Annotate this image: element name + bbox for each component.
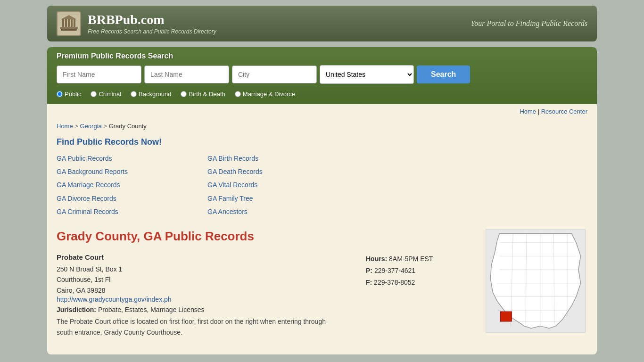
info-right: Hours: 8AM-5PM EST P: 229-377-4621 F: 22… bbox=[366, 253, 470, 337]
info-left: Probate Court 250 N Broad St, Box 1 Cour… bbox=[57, 253, 338, 337]
breadcrumb-sep1: > bbox=[74, 123, 80, 130]
georgia-map-svg bbox=[484, 229, 587, 333]
search-section-title: Premium Public Records Search bbox=[57, 52, 587, 60]
logo-area: BRBPub.com Free Records Search and Publi… bbox=[57, 11, 216, 36]
radio-birth-death-label[interactable]: Birth & Death bbox=[181, 90, 225, 98]
header-slogan: Your Portal to Finding Public Records bbox=[471, 19, 587, 28]
logo-icon bbox=[57, 11, 81, 36]
radio-marriage-label[interactable]: Marriage & Divorce bbox=[235, 90, 295, 98]
info-grid: Probate Court 250 N Broad St, Box 1 Cour… bbox=[57, 253, 470, 337]
jurisdiction-value: Probate, Estates, Marriage Licenses bbox=[98, 306, 205, 313]
radio-public-label[interactable]: Public bbox=[57, 90, 81, 98]
svg-rect-5 bbox=[71, 19, 73, 27]
georgia-map bbox=[484, 229, 587, 334]
search-button[interactable]: Search bbox=[417, 66, 470, 83]
jurisdiction-line: Jurisdiction: Probate, Estates, Marriage… bbox=[57, 306, 338, 313]
search-fields: United States Search bbox=[57, 65, 587, 84]
fax-label: F: bbox=[366, 279, 372, 286]
radio-public[interactable] bbox=[57, 91, 63, 97]
address-line3: Cairo, GA 39828 bbox=[57, 285, 338, 296]
link-ga-divorce-records[interactable]: GA Divorce Records bbox=[57, 193, 189, 205]
svg-rect-4 bbox=[68, 19, 70, 27]
radio-background-text: Background bbox=[139, 90, 171, 98]
site-name: BRBPub.com bbox=[88, 12, 216, 27]
breadcrumb-state[interactable]: Georgia bbox=[80, 123, 102, 130]
county-heading: Grady County, GA Public Records bbox=[57, 229, 470, 244]
site-tagline: Free Records Search and Public Records D… bbox=[88, 28, 216, 35]
svg-rect-19 bbox=[500, 312, 512, 321]
probate-court-block: Probate Court 250 N Broad St, Box 1 Cour… bbox=[57, 253, 470, 337]
nav-resource-center-link[interactable]: Resource Center bbox=[541, 108, 587, 115]
link-ga-background-reports[interactable]: GA Background Reports bbox=[57, 166, 189, 178]
breadcrumb-home[interactable]: Home bbox=[57, 123, 73, 130]
probate-website-link[interactable]: http://www.gradycountyga.gov/index.ph bbox=[57, 296, 172, 303]
probate-court-name: Probate Court bbox=[57, 253, 338, 261]
search-section: Premium Public Records Search United Sta… bbox=[47, 47, 597, 104]
link-ga-vital-records[interactable]: GA Vital Records bbox=[207, 179, 339, 191]
svg-rect-0 bbox=[61, 29, 77, 31]
svg-marker-7 bbox=[61, 15, 77, 19]
radio-criminal-label[interactable]: Criminal bbox=[91, 90, 121, 98]
country-select[interactable]: United States bbox=[320, 65, 414, 84]
nav-separator: | bbox=[538, 108, 539, 115]
phone-value: 229-377-4621 bbox=[374, 267, 415, 274]
radio-background[interactable] bbox=[131, 91, 137, 97]
site-header: BRBPub.com Free Records Search and Publi… bbox=[47, 6, 597, 41]
radio-criminal-text: Criminal bbox=[99, 90, 121, 98]
radio-birth-death-text: Birth & Death bbox=[189, 90, 225, 98]
link-ga-ancestors[interactable]: GA Ancestors bbox=[207, 206, 339, 218]
svg-rect-1 bbox=[60, 27, 78, 29]
county-info-row: Grady County, GA Public Records Probate … bbox=[57, 229, 587, 345]
first-name-input[interactable] bbox=[57, 66, 141, 83]
nav-home-link[interactable]: Home bbox=[520, 108, 536, 115]
breadcrumb: Home > Georgia > Grady County bbox=[57, 123, 587, 130]
logo-text: BRBPub.com Free Records Search and Publi… bbox=[88, 12, 216, 35]
link-ga-public-records[interactable]: GA Public Records bbox=[57, 153, 189, 165]
link-ga-birth-records[interactable]: GA Birth Records bbox=[207, 153, 339, 165]
radio-criminal[interactable] bbox=[91, 91, 97, 97]
svg-rect-6 bbox=[74, 19, 75, 27]
radio-marriage[interactable] bbox=[235, 91, 241, 97]
fax-value: 229-378-8052 bbox=[374, 279, 415, 286]
search-radio-options: Public Criminal Background Birth & Death… bbox=[57, 88, 587, 99]
link-ga-family-tree[interactable]: GA Family Tree bbox=[207, 193, 339, 205]
city-input[interactable] bbox=[232, 66, 317, 83]
radio-marriage-text: Marriage & Divorce bbox=[243, 90, 295, 98]
hours-phone: Hours: 8AM-5PM EST P: 229-377-4621 F: 22… bbox=[366, 253, 470, 289]
address-line2: Courthouse, 1st Fl bbox=[57, 274, 338, 285]
address-line1: 250 N Broad St, Box 1 bbox=[57, 264, 338, 274]
content-area: Home > Georgia > Grady County Find Publi… bbox=[47, 117, 597, 354]
radio-public-text: Public bbox=[65, 90, 81, 98]
link-ga-criminal-records[interactable]: GA Criminal Records bbox=[57, 206, 189, 218]
svg-rect-3 bbox=[65, 19, 67, 27]
svg-rect-2 bbox=[62, 19, 64, 27]
find-records-heading: Find Public Records Now! bbox=[57, 137, 587, 147]
breadcrumb-current: Grady County bbox=[109, 123, 147, 130]
jurisdiction-label: Jurisdiction: bbox=[57, 306, 96, 313]
county-details: Grady County, GA Public Records Probate … bbox=[57, 229, 470, 345]
hours-label: Hours: bbox=[366, 255, 387, 263]
link-ga-death-records[interactable]: GA Death Records bbox=[207, 166, 339, 178]
hours-value: 8AM-5PM EST bbox=[389, 255, 433, 263]
breadcrumb-sep2: > bbox=[103, 123, 108, 130]
phone-label: P: bbox=[366, 267, 372, 274]
radio-birth-death[interactable] bbox=[181, 91, 187, 97]
nav-links: Home | Resource Center bbox=[47, 104, 597, 117]
radio-background-label[interactable]: Background bbox=[131, 90, 171, 98]
jurisdiction-desc: The Probate Court office is located on f… bbox=[57, 316, 338, 337]
records-links-grid: GA Public Records GA Birth Records GA Ba… bbox=[57, 153, 339, 218]
link-ga-marriage-records[interactable]: GA Marriage Records bbox=[57, 179, 189, 191]
last-name-input[interactable] bbox=[144, 66, 229, 83]
main-container: Premium Public Records Search United Sta… bbox=[47, 47, 597, 354]
